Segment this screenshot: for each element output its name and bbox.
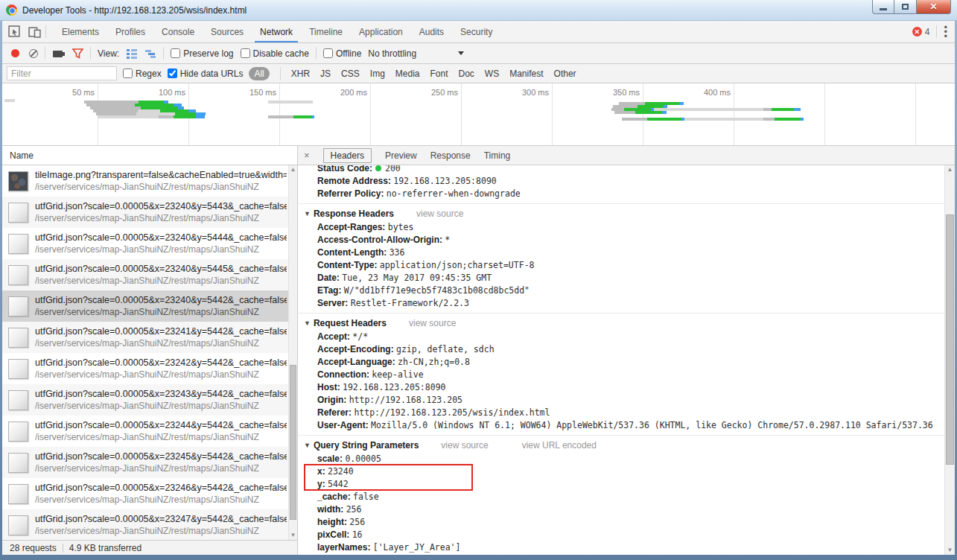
request-row[interactable]: utfGrid.json?scale=0.00005&x=23241&y=544…: [2, 322, 297, 353]
overview-gridline: [461, 83, 462, 145]
request-row[interactable]: utfGrid.json?scale=0.00005&x=23243&y=544…: [2, 384, 297, 416]
details-tab-headers[interactable]: Headers: [323, 148, 372, 163]
separator: [280, 67, 281, 80]
separator: [163, 47, 164, 60]
details-tab-preview[interactable]: Preview: [385, 150, 417, 161]
throttling-value: No throttling: [368, 48, 416, 59]
request-row[interactable]: utfGrid.json?scale=0.00005&x=23240&y=544…: [2, 290, 297, 322]
section-title[interactable]: ▼Query String Parametersview sourceview …: [298, 439, 944, 453]
filter-pill-doc[interactable]: Doc: [459, 69, 474, 79]
filter-pill-css[interactable]: CSS: [341, 69, 360, 79]
console-error-badge[interactable]: ✕ 4: [912, 27, 930, 37]
close-button[interactable]: ✕: [917, 0, 951, 14]
hide-data-urls-input[interactable]: [168, 69, 177, 78]
scrollbar-thumb[interactable]: [946, 214, 954, 465]
use-large-rows-icon[interactable]: [126, 48, 138, 59]
devtools-menu-icon[interactable]: •••: [944, 25, 947, 39]
request-row[interactable]: tileImage.png?transparent=false&cacheEna…: [2, 165, 297, 197]
screenshot-capture-icon[interactable]: [52, 48, 66, 59]
maximize-button[interactable]: [894, 0, 917, 14]
tab-audits[interactable]: Audits: [411, 21, 452, 42]
request-name: utfGrid.json?scale=0.00005&x=23240&y=544…: [35, 263, 287, 275]
filter-pill-manifest[interactable]: Manifest: [509, 69, 543, 79]
inspect-element-icon[interactable]: [8, 25, 21, 38]
clear-button[interactable]: [29, 49, 38, 58]
disable-cache-checkbox[interactable]: Disable cache: [241, 48, 309, 59]
filter-pill-ws[interactable]: WS: [485, 69, 499, 79]
view-source-link[interactable]: view source: [416, 209, 463, 219]
name-column-label: Name: [10, 150, 34, 161]
offline-label: Offline: [336, 48, 361, 59]
overview-time-label: 300 ms: [497, 88, 549, 97]
regex-input[interactable]: [123, 69, 133, 78]
filter-pill-xhr[interactable]: XHR: [291, 69, 310, 79]
scroll-up-icon[interactable]: ▲: [289, 165, 297, 174]
tab-sources[interactable]: Sources: [203, 21, 252, 42]
tab-security[interactable]: Security: [452, 21, 500, 42]
headers-content[interactable]: Status Code:200Remote Address: 192.168.1…: [298, 165, 955, 555]
device-toolbar-icon[interactable]: [28, 25, 41, 38]
request-row[interactable]: utfGrid.json?scale=0.00005&x=23242&y=544…: [2, 353, 297, 384]
request-list-scrollbar[interactable]: ▲ ▼: [288, 165, 297, 540]
hide-data-urls-checkbox[interactable]: Hide data URLs: [168, 69, 244, 79]
record-button[interactable]: [11, 49, 19, 57]
details-tab-response[interactable]: Response: [430, 150, 471, 161]
filter-pill-img[interactable]: Img: [370, 69, 385, 79]
show-overview-icon[interactable]: [144, 48, 156, 59]
request-path: /iserver/services/map-JianShuiNZ/rest/ma…: [35, 462, 287, 474]
minimize-button[interactable]: [872, 0, 894, 14]
window-titlebar[interactable]: Developer Tools - http://192.168.123.205…: [0, 0, 957, 21]
overview-gridline: [824, 83, 825, 145]
details-scrollbar[interactable]: ▲ ▼: [944, 165, 955, 555]
preserve-log-input[interactable]: [171, 48, 180, 58]
filter-pill-media[interactable]: Media: [395, 69, 420, 79]
filter-pill-js[interactable]: JS: [320, 69, 331, 79]
file-icon: [8, 203, 28, 223]
section-title[interactable]: ▼Request Headersview source: [298, 316, 944, 331]
throttling-select[interactable]: No throttling: [368, 48, 464, 59]
section-title[interactable]: ▼Response Headersview source: [298, 207, 944, 221]
request-row[interactable]: utfGrid.json?scale=0.00005&x=23247&y=544…: [2, 509, 297, 540]
filter-funnel-icon[interactable]: [72, 48, 83, 59]
header-line-accept-language: Accept-Language: zh-CN,zh;q=0.8: [298, 356, 944, 369]
offline-checkbox[interactable]: Offline: [323, 48, 361, 59]
close-details-icon[interactable]: ×: [304, 150, 310, 161]
window-title: Developer Tools - http://192.168.123.205…: [22, 5, 247, 16]
tab-application[interactable]: Application: [351, 21, 411, 42]
filter-pill-font[interactable]: Font: [430, 69, 448, 79]
tab-network[interactable]: Network: [252, 21, 301, 42]
header-line-scale: scale: 0.00005: [298, 453, 944, 465]
request-name: utfGrid.json?scale=0.00005&x=23241&y=544…: [35, 325, 287, 337]
scroll-down-icon[interactable]: ▼: [945, 546, 955, 555]
filter-pill-all[interactable]: All: [249, 67, 269, 80]
scrollbar-thumb[interactable]: [290, 365, 296, 520]
request-details-panel: × HeadersPreviewResponseTiming Status Co…: [298, 146, 955, 555]
view-source-link[interactable]: view source: [409, 318, 456, 328]
tab-elements[interactable]: Elements: [54, 21, 107, 42]
offline-input[interactable]: [323, 48, 333, 58]
request-path: /iserver/services/map-JianShuiNZ/rest/ma…: [35, 400, 287, 412]
network-overview[interactable]: 50 ms100 ms150 ms200 ms250 ms300 ms350 m…: [2, 83, 955, 146]
view-source-link[interactable]: view source: [441, 440, 488, 451]
name-column-header[interactable]: Name: [2, 146, 297, 165]
filter-input[interactable]: [7, 66, 117, 80]
request-row[interactable]: utfGrid.json?scale=0.00005&x=23245&y=544…: [2, 447, 297, 478]
disable-cache-input[interactable]: [241, 48, 250, 58]
tab-console[interactable]: Console: [153, 21, 203, 42]
file-icon: [8, 265, 28, 285]
scroll-down-icon[interactable]: ▼: [289, 531, 297, 540]
tab-profiles[interactable]: Profiles: [107, 21, 153, 42]
request-row[interactable]: utfGrid.json?scale=0.00005&x=23240&y=544…: [2, 259, 297, 290]
request-row[interactable]: utfGrid.json?scale=0.00005&x=23244&y=544…: [2, 416, 297, 447]
filter-pill-other[interactable]: Other: [554, 69, 576, 79]
view-url-encoded-link[interactable]: view URL encoded: [522, 440, 597, 451]
preserve-log-checkbox[interactable]: Preserve log: [171, 48, 233, 59]
tab-timeline[interactable]: Timeline: [301, 21, 351, 42]
request-row[interactable]: utfGrid.json?scale=0.00005&x=23240&y=544…: [2, 197, 297, 228]
scroll-up-icon[interactable]: ▲: [945, 165, 955, 174]
request-row[interactable]: utfGrid.json?scale=0.00005&x=23240&y=544…: [2, 228, 297, 259]
request-row[interactable]: utfGrid.json?scale=0.00005&x=23246&y=544…: [2, 478, 297, 509]
regex-checkbox[interactable]: Regex: [123, 69, 162, 79]
request-name: utfGrid.json?scale=0.00005&x=23244&y=544…: [35, 419, 287, 431]
details-tab-timing[interactable]: Timing: [484, 150, 511, 161]
